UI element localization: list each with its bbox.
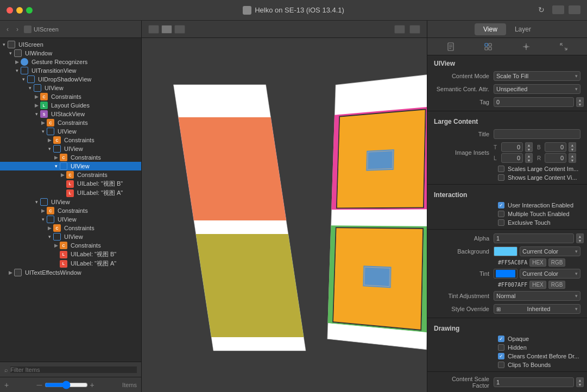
zoom-slider[interactable] bbox=[45, 381, 88, 389]
alpha-up[interactable]: ▲ bbox=[576, 233, 584, 238]
hidden-checkbox[interactable] bbox=[498, 344, 504, 351]
layout-button-1[interactable] bbox=[552, 5, 564, 14]
tint-adjustment-select[interactable]: Normal ▾ bbox=[494, 291, 580, 301]
tab-view[interactable]: View bbox=[475, 23, 506, 35]
nav-back[interactable]: ‹ bbox=[4, 24, 11, 34]
tree-item-uitransition[interactable]: ▾UITransitionView bbox=[0, 66, 141, 75]
inset-b-down[interactable]: ▼ bbox=[569, 147, 576, 152]
close-button[interactable] bbox=[7, 7, 13, 14]
tree-item-uitexteff[interactable]: ▶UITextEffectsWindow bbox=[0, 268, 141, 277]
insp-layout-icon[interactable] bbox=[521, 41, 532, 52]
user-interaction-checkbox[interactable] bbox=[498, 202, 504, 208]
scales-large-checkbox[interactable] bbox=[498, 166, 504, 172]
content-scale-input[interactable] bbox=[494, 377, 574, 387]
tint-select[interactable]: Current Color ▾ bbox=[520, 269, 580, 279]
inset-l-up[interactable]: ▲ bbox=[525, 153, 533, 158]
tree-item-constraints7[interactable]: ▶CConstraints bbox=[0, 224, 141, 232]
tree-item-uiview4[interactable]: ▾UIView bbox=[0, 162, 141, 170]
alpha-down[interactable]: ▼ bbox=[576, 238, 584, 243]
label-uidrop: UIDropShadowView bbox=[38, 76, 91, 83]
tree-item-uiview5[interactable]: ▾UIView bbox=[0, 198, 141, 206]
inset-t-input[interactable] bbox=[501, 142, 523, 152]
scale-up[interactable]: ▲ bbox=[576, 377, 584, 382]
inset-r-down[interactable]: ▼ bbox=[569, 158, 576, 163]
inset-l-down[interactable]: ▼ bbox=[525, 158, 533, 163]
tree-item-uidrop[interactable]: ▾UIDropShadowView bbox=[0, 75, 141, 84]
semantic-select[interactable]: Unspecified ▾ bbox=[494, 84, 580, 94]
tree-item-constraints8[interactable]: ▶CConstraints bbox=[0, 241, 141, 250]
inset-t-up[interactable]: ▲ bbox=[525, 142, 533, 147]
tree-item-uilabel1[interactable]: LUILabel: "视图 B" bbox=[0, 179, 141, 188]
canvas-tool-r2[interactable] bbox=[409, 25, 420, 34]
tint-color-swatch[interactable] bbox=[494, 269, 517, 279]
search-input[interactable] bbox=[10, 366, 137, 373]
tree-item-constraints1[interactable]: ▶CConstraints bbox=[0, 92, 141, 101]
insp-expand-icon[interactable] bbox=[558, 41, 569, 52]
content-mode-select[interactable]: Scale To Fill ▾ bbox=[494, 71, 580, 81]
refresh-button[interactable]: ↻ bbox=[538, 5, 548, 15]
tree-item-constraints5[interactable]: ▶CConstraints bbox=[0, 170, 141, 179]
opaque-checkbox[interactable] bbox=[498, 336, 504, 342]
insp-file-icon[interactable] bbox=[445, 41, 456, 52]
tree-item-uiview1[interactable]: ▾UIView bbox=[0, 84, 141, 92]
inset-b-input[interactable] bbox=[545, 142, 566, 152]
title-input[interactable] bbox=[494, 129, 580, 139]
minimize-button[interactable] bbox=[16, 7, 23, 14]
tint-hex-button[interactable]: HEX bbox=[529, 281, 546, 289]
inset-b-up[interactable]: ▲ bbox=[569, 142, 576, 147]
background-hex-button[interactable]: HEX bbox=[529, 258, 546, 267]
tag-stepper-up[interactable]: ▲ bbox=[576, 97, 584, 102]
background-select[interactable]: Current Color ▾ bbox=[520, 246, 580, 256]
inset-t-stepper: ▲▼ bbox=[525, 142, 533, 152]
tree-item-constraints3[interactable]: ▶CConstraints bbox=[0, 136, 141, 144]
tree-item-uilabel3[interactable]: LUILabel: "视图 B" bbox=[0, 250, 141, 259]
canvas-tool-box[interactable] bbox=[161, 25, 172, 34]
inset-r-input[interactable] bbox=[545, 153, 566, 163]
plus-icon[interactable]: + bbox=[90, 381, 94, 389]
canvas-area[interactable]: 视图: bbox=[142, 38, 427, 392]
tag-input[interactable] bbox=[494, 97, 574, 107]
tree-item-uiview7[interactable]: ▾UIView bbox=[0, 232, 141, 241]
tree-item-uiview6[interactable]: ▾UIView bbox=[0, 215, 141, 224]
shows-large-checkbox[interactable] bbox=[498, 174, 504, 181]
style-override-select[interactable]: ⊞ Inherited ▾ bbox=[494, 304, 580, 314]
minus-icon[interactable]: — bbox=[37, 382, 42, 388]
alpha-input[interactable] bbox=[494, 233, 574, 243]
canvas-tool-rect[interactable] bbox=[148, 25, 159, 34]
background-rgb-button[interactable]: RGB bbox=[548, 258, 566, 267]
label-uilabel4: UILabel: "视图 A" bbox=[71, 260, 116, 268]
tree-item-uiview2[interactable]: ▾UIView bbox=[0, 127, 141, 136]
clips-bounds-checkbox[interactable] bbox=[498, 362, 504, 368]
add-icon[interactable]: + bbox=[4, 381, 9, 389]
tree-item-uiwindow[interactable]: ▾UIWindow bbox=[0, 49, 141, 58]
background-color-swatch[interactable] bbox=[494, 246, 517, 256]
scale-down[interactable]: ▼ bbox=[576, 382, 584, 387]
insp-grid-icon[interactable] bbox=[483, 41, 494, 52]
tree-item-gesture[interactable]: ▶Gesture Recognizers bbox=[0, 58, 141, 66]
inset-b-label: B bbox=[537, 144, 542, 150]
exclusive-touch-checkbox[interactable] bbox=[498, 219, 504, 226]
tree-item-uilabel4[interactable]: LUILabel: "视图 A" bbox=[0, 259, 141, 268]
clears-context-checkbox[interactable] bbox=[498, 353, 504, 359]
tree-item-uilabel2[interactable]: LUILabel: "视图 A" bbox=[0, 188, 141, 198]
tab-layer[interactable]: Layer bbox=[506, 23, 540, 35]
canvas-tool-grid[interactable] bbox=[174, 25, 185, 34]
tree-item-layoutguides[interactable]: ▶LLayout Guides bbox=[0, 101, 141, 110]
inset-r-up[interactable]: ▲ bbox=[569, 153, 576, 158]
layout-button-2[interactable] bbox=[569, 5, 580, 14]
tree-item-uiview3[interactable]: ▾UIView bbox=[0, 144, 141, 153]
tint-rgb-button[interactable]: RGB bbox=[548, 281, 566, 289]
tree-item-constraints2[interactable]: ▶CConstraints bbox=[0, 118, 141, 127]
inset-l-input[interactable] bbox=[501, 153, 523, 163]
maximize-button[interactable] bbox=[26, 7, 33, 14]
tree-item-uiscreen[interactable]: ▾UIScreen bbox=[0, 40, 141, 49]
canvas-tool-r1[interactable] bbox=[394, 25, 405, 34]
nav-forward[interactable]: › bbox=[14, 24, 21, 34]
inset-t-down[interactable]: ▼ bbox=[525, 147, 533, 152]
tree-item-constraints6[interactable]: ▶CConstraints bbox=[0, 206, 141, 215]
tree-item-uistackview[interactable]: ▾SUIStackView bbox=[0, 110, 141, 118]
multiple-touch-checkbox[interactable] bbox=[498, 211, 504, 217]
zoom-slider-row: — + bbox=[37, 381, 94, 389]
tag-stepper-down[interactable]: ▼ bbox=[576, 102, 584, 107]
tree-item-constraints4[interactable]: ▶CConstraints bbox=[0, 153, 141, 162]
